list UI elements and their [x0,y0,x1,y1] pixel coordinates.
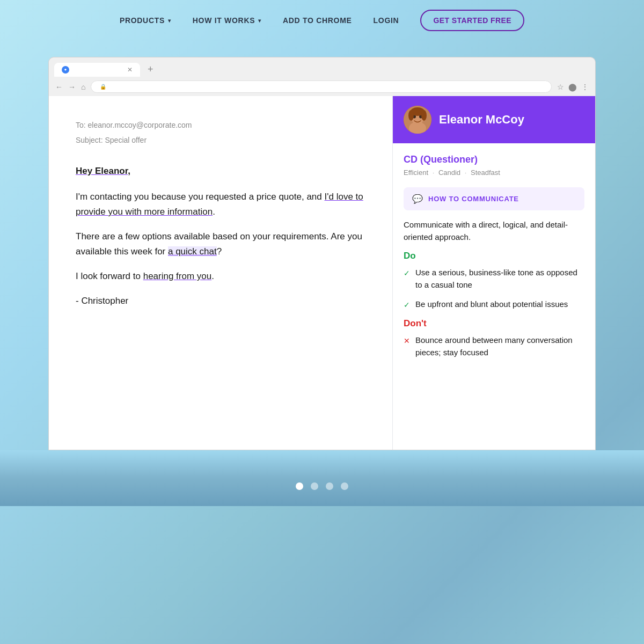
browser-tab-bar: ● ✕ + [49,57,595,77]
email-para2-link: a quick chat [168,246,217,257]
email-para1-pre: I'm contacting you because you requested… [76,192,325,202]
browser-action-buttons: ☆ ⬤ ⋮ [557,83,589,91]
profile-panel: Eleanor McCoy CD (Questioner) Efficient … [392,96,595,450]
x-icon: ✕ [404,335,410,347]
email-para3-pre: I look forward to [76,271,143,281]
email-to: To: eleanor.mccoy@corporate.com [76,118,371,133]
dont-label: Don't [404,318,584,329]
browser-forward-icon[interactable]: → [68,83,76,91]
lock-icon: 🔒 [100,84,106,90]
dot-3[interactable] [326,482,333,490]
email-para2-post: ? [217,246,222,257]
nav-how-it-works-label: HOW IT WORKS [193,16,255,25]
nav-login[interactable]: LOGIN [374,16,399,25]
email-panel: To: eleanor.mccoy@corporate.com Subject:… [49,96,392,450]
get-started-label: GET STARTED FREE [433,16,511,25]
checkmark-icon: ✓ [404,299,410,311]
chat-icon: 💬 [412,194,423,204]
svg-point-6 [408,110,414,121]
profile-header: Eleanor McCoy [393,96,595,143]
navbar: PRODUCTS ▾ HOW IT WORKS ▾ ADD TO CHROME … [0,0,644,41]
get-started-button[interactable]: GET STARTED FREE [420,10,524,31]
avatar [404,106,431,134]
browser-chrome: ● ✕ + ← → ⌂ 🔒 ☆ ⬤ ⋮ [48,57,596,96]
email-meta: To: eleanor.mccoy@corporate.com Subject:… [76,118,371,148]
email-paragraph-1: I'm contacting you because you requested… [76,189,371,219]
nav-how-it-works[interactable]: HOW IT WORKS ▾ [193,16,261,25]
nav-products-label: PRODUCTS [120,16,165,25]
pagination-dots [296,482,348,490]
star-icon[interactable]: ☆ [557,83,564,91]
chevron-down-icon: ▾ [168,18,171,24]
profile-type: CD (Questioner) [404,154,584,165]
do-item-1: ✓ Use a serious, business-like tone as o… [404,267,584,291]
dont-item-1-text: Bounce around between many conversation … [415,334,584,358]
new-tab-icon[interactable]: + [142,62,159,77]
how-to-communicate-section: 💬 HOW TO COMMUNICATE [404,187,584,210]
browser-window: ● ✕ + ← → ⌂ 🔒 ☆ ⬤ ⋮ To: eleanor.mccoy@co [48,57,596,450]
bottom-area [0,450,644,506]
nav-products[interactable]: PRODUCTS ▾ [120,16,171,25]
tab-close-icon[interactable]: ✕ [127,66,133,74]
profile-traits: Efficient · Candid · Steadfast [404,169,584,177]
svg-point-7 [421,110,427,121]
email-paragraph-3: I look forward to hearing from you. [76,269,371,284]
main-content: To: eleanor.mccoy@corporate.com Subject:… [48,96,596,450]
dont-item-1: ✕ Bounce around between many conversatio… [404,334,584,358]
trait-3: Steadfast [471,169,500,177]
do-label: Do [404,251,584,261]
checkmark-icon: ✓ [404,268,410,279]
how-to-label: HOW TO COMMUNICATE [428,195,519,203]
nav-add-to-chrome-label: ADD TO CHROME [283,16,352,25]
trait-1: Efficient [404,169,428,177]
do-item-2-text: Be upfront and blunt about potential iss… [415,298,568,311]
browser-back-icon[interactable]: ← [55,83,63,91]
dot-4[interactable] [341,482,348,490]
email-para1-post: . [213,207,215,217]
nav-login-label: LOGIN [374,16,399,25]
browser-tab[interactable]: ● ✕ [54,63,140,77]
email-paragraph-2: There are a few options available based … [76,229,371,259]
email-signature: - Christopher [76,294,371,309]
profile-name: Eleanor McCoy [439,113,524,127]
dot-2[interactable] [311,482,318,490]
email-subject: Subject: Special offer [76,133,371,148]
browser-address-bar: ← → ⌂ 🔒 ☆ ⬤ ⋮ [49,77,595,96]
communicate-description: Communicate with a direct, logical, and … [404,219,584,243]
profile-body: CD (Questioner) Efficient · Candid · Ste… [393,143,595,450]
extension-icon[interactable]: ⬤ [568,83,577,91]
email-para3-post: . [211,271,214,281]
email-para3-link: hearing from you [143,271,212,281]
do-item-1-text: Use a serious, business-like tone as opp… [415,267,584,291]
menu-icon[interactable]: ⋮ [581,83,589,91]
browser-home-icon[interactable]: ⌂ [81,83,85,91]
trait-2: Candid [438,169,460,177]
email-greeting: Hey Eleanor, [76,164,371,179]
dot-1[interactable] [296,482,303,490]
email-body: Hey Eleanor, I'm contacting you because … [76,164,371,309]
nav-add-to-chrome[interactable]: ADD TO CHROME [283,16,352,25]
address-bar[interactable]: 🔒 [91,80,552,93]
chevron-down-icon: ▾ [258,18,261,24]
do-item-2: ✓ Be upfront and blunt about potential i… [404,298,584,311]
tab-favicon: ● [62,66,69,74]
